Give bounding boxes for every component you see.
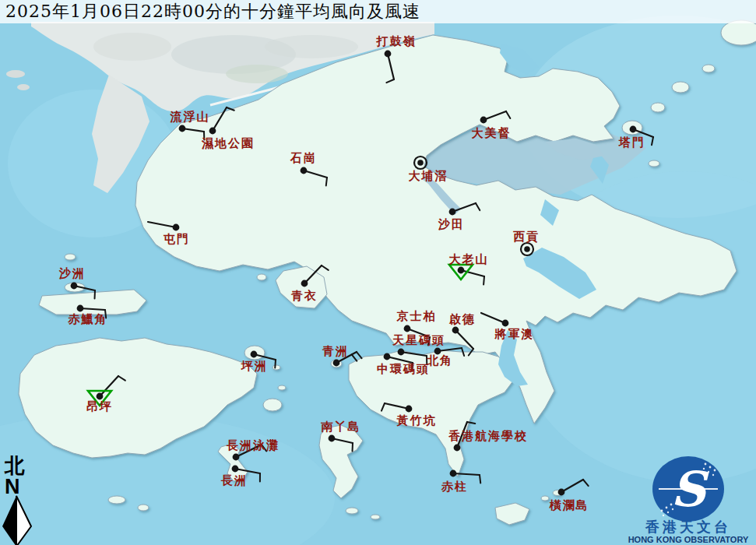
- land-island: [541, 496, 549, 501]
- station-dot: [449, 209, 456, 216]
- wind-barb-tick: [480, 475, 480, 483]
- hko-logo-text-cn: 香港天文台: [645, 519, 731, 535]
- station-dot: [558, 489, 565, 496]
- land-island: [721, 20, 756, 45]
- land-island: [672, 82, 689, 93]
- station-dot: [502, 320, 509, 327]
- station-dot: [398, 349, 405, 356]
- land-island: [702, 65, 715, 72]
- compass-label-n: N: [5, 475, 20, 498]
- station-dot: [179, 125, 186, 132]
- station-label: 北角: [426, 353, 453, 367]
- land-island: [138, 505, 149, 511]
- station-label: 大老山: [449, 252, 489, 266]
- station-dot: [480, 117, 487, 124]
- station-label: 南丫島: [321, 420, 361, 434]
- station-dot: [251, 351, 258, 358]
- station-dot: [385, 51, 392, 58]
- land-island: [371, 515, 380, 519]
- station-label: 屯門: [163, 232, 190, 246]
- wind-barb-tick: [326, 178, 327, 185]
- station-label: 長洲: [220, 473, 248, 487]
- station-dot: [301, 167, 308, 174]
- land-soko-islands: [108, 496, 125, 504]
- station-label: 黃竹坑: [396, 413, 437, 427]
- station-dot: [384, 353, 391, 360]
- land-island: [273, 365, 280, 370]
- station-label: 大埔滘: [409, 169, 448, 183]
- page-title: 2025年1月06日22時00分的十分鐘平均風向及風速: [5, 2, 420, 21]
- station-label: 昂坪: [86, 399, 113, 413]
- land-island: [346, 508, 358, 514]
- station-dot: [524, 246, 530, 252]
- land-island: [649, 160, 659, 167]
- land-kau-yi-chau: [278, 385, 286, 390]
- station-label: 打鼓嶺: [376, 34, 417, 48]
- station-label: 坪洲: [241, 359, 268, 373]
- station-label: 沙洲: [58, 266, 86, 280]
- station-label: 石崗: [290, 151, 317, 165]
- station-label: 青衣: [290, 289, 318, 303]
- land-hei-ling-chau: [263, 399, 282, 411]
- station-dot: [233, 454, 240, 461]
- station-dot: [406, 406, 413, 413]
- wind-map-page: 打鼓嶺流浮山濕地公園石崗大美督塔門大埔滘沙田屯門西貢大老山沙洲赤鱲角青衣京士柏啟…: [0, 0, 756, 545]
- station-dot: [71, 283, 78, 290]
- station-label: 大美督: [472, 126, 512, 140]
- station-label: 沙田: [438, 217, 465, 231]
- station-label: 長洲泳灘: [226, 438, 280, 452]
- station-label: 啟德: [448, 312, 476, 326]
- station-label: 將軍澳: [494, 327, 535, 341]
- wind-barb-tick: [483, 276, 484, 284]
- station-label: 濕地公園: [201, 136, 255, 150]
- station-dot: [630, 126, 637, 133]
- station-dot: [458, 267, 465, 274]
- station-dot: [417, 160, 424, 166]
- station-dot: [173, 224, 180, 231]
- station-dot: [450, 470, 457, 477]
- station-dot: [452, 327, 459, 334]
- station-label: 橫瀾島: [549, 498, 589, 512]
- hong-kong-wind-map: 打鼓嶺流浮山濕地公園石崗大美督塔門大埔滘沙田屯門西貢大老山沙洲赤鱲角青衣京士柏啟…: [0, 0, 756, 545]
- station-label: 流浮山: [170, 110, 210, 124]
- station-dot: [77, 305, 84, 312]
- land-lung-kwu-chau: [65, 254, 76, 260]
- station-dot: [329, 435, 336, 442]
- station-label: 西貢: [513, 230, 540, 244]
- station-dot: [333, 360, 340, 367]
- station-label: 赤鱲角: [68, 312, 108, 326]
- land-ma-wan: [257, 274, 266, 280]
- station-dot: [232, 466, 239, 473]
- station-label: 中環碼頭: [377, 362, 430, 376]
- station-label: 天星碼頭: [392, 333, 445, 347]
- station-label: 京士柏: [396, 309, 437, 323]
- station-dot: [209, 128, 216, 135]
- station-label: 赤柱: [441, 480, 468, 494]
- station-dot: [454, 445, 461, 452]
- station-label: 青洲: [322, 344, 349, 358]
- station-label: 香港航海學校: [448, 429, 528, 443]
- hko-logo-text-en: HONG KONG OBSERVATORY: [628, 535, 749, 544]
- station-dot: [404, 325, 411, 332]
- wind-barb-tick: [275, 360, 276, 367]
- station-dot: [301, 280, 308, 287]
- compass-label-cn: 北: [4, 454, 25, 477]
- station-label: 塔門: [618, 135, 645, 149]
- land-island: [651, 103, 665, 112]
